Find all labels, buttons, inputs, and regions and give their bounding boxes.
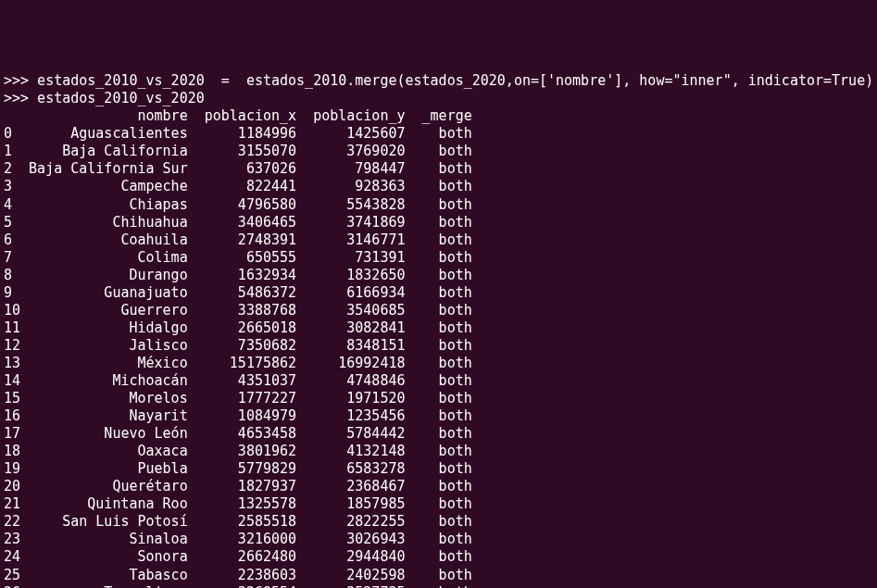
row-nombre: Nayarit bbox=[20, 407, 188, 424]
row-poblacion-x: 822441 bbox=[188, 178, 296, 194]
row-merge: both bbox=[406, 425, 472, 442]
row-nombre: México bbox=[20, 355, 188, 371]
row-index: 19 bbox=[4, 460, 20, 477]
table-row: 11 Hidalgo 2665018 3082841 both bbox=[4, 319, 472, 336]
table-row: 5 Chihuahua 3406465 3741869 both bbox=[4, 214, 472, 231]
table-row: 6 Coahuila 2748391 3146771 both bbox=[4, 231, 472, 248]
row-index: 7 bbox=[4, 249, 20, 266]
row-poblacion-y: 8348151 bbox=[296, 337, 405, 354]
row-index: 4 bbox=[4, 196, 20, 213]
row-poblacion-y: 1857985 bbox=[296, 495, 405, 512]
row-nombre: Guerrero bbox=[20, 302, 188, 319]
row-poblacion-y: 2822255 bbox=[296, 513, 405, 530]
row-poblacion-y: 3082841 bbox=[296, 319, 405, 336]
row-poblacion-x: 4796580 bbox=[188, 196, 296, 213]
row-merge: both bbox=[406, 196, 472, 213]
row-index: 18 bbox=[4, 443, 20, 459]
row-nombre: Nuevo León bbox=[20, 425, 188, 442]
row-poblacion-x: 3801962 bbox=[188, 443, 296, 459]
header-poblacion-y: poblacion_y bbox=[296, 107, 405, 124]
header-poblacion-x: poblacion_x bbox=[188, 107, 296, 124]
row-merge: both bbox=[406, 267, 472, 283]
row-poblacion-y: 3146771 bbox=[296, 231, 405, 248]
row-poblacion-y: 3540685 bbox=[296, 302, 405, 319]
row-nombre: Morelos bbox=[20, 390, 188, 407]
table-row: 12 Jalisco 7350682 8348151 both bbox=[4, 337, 472, 354]
row-poblacion-x: 7350682 bbox=[188, 337, 296, 354]
row-merge: both bbox=[406, 125, 472, 142]
row-merge: both bbox=[406, 231, 472, 248]
row-index: 11 bbox=[4, 319, 20, 336]
header-idx-pad bbox=[4, 107, 20, 124]
command-line-2: >>> estados_2010_vs_2020 bbox=[4, 90, 205, 106]
row-merge: both bbox=[406, 407, 472, 424]
row-poblacion-x: 2748391 bbox=[188, 231, 296, 248]
row-nombre: Chiapas bbox=[20, 196, 188, 213]
table-row: 19 Puebla 5779829 6583278 both bbox=[4, 460, 472, 477]
row-merge: both bbox=[406, 319, 472, 336]
row-index: 3 bbox=[4, 178, 20, 194]
table-row: 7 Colima 650555 731391 both bbox=[4, 249, 472, 266]
row-poblacion-x: 3155070 bbox=[188, 143, 296, 159]
table-row: 15 Morelos 1777227 1971520 both bbox=[4, 390, 472, 407]
row-poblacion-y: 5784442 bbox=[296, 425, 405, 442]
table-row: 18 Oaxaca 3801962 4132148 both bbox=[4, 443, 472, 459]
row-merge: both bbox=[406, 178, 472, 194]
table-row: 1 Baja California 3155070 3769020 both bbox=[4, 143, 472, 159]
row-poblacion-y: 16992418 bbox=[296, 355, 405, 371]
row-merge: both bbox=[406, 214, 472, 231]
row-poblacion-x: 3216000 bbox=[188, 531, 296, 547]
header-merge: _merge bbox=[406, 107, 472, 124]
row-poblacion-x: 1777227 bbox=[188, 390, 296, 407]
row-merge: both bbox=[406, 160, 472, 177]
row-poblacion-x: 3388768 bbox=[188, 302, 296, 319]
row-merge: both bbox=[406, 513, 472, 530]
row-nombre: Quintana Roo bbox=[20, 495, 188, 512]
table-row: 3 Campeche 822441 928363 both bbox=[4, 178, 472, 194]
row-index: 17 bbox=[4, 425, 20, 442]
row-index: 15 bbox=[4, 390, 20, 407]
row-poblacion-y: 2402598 bbox=[296, 567, 405, 583]
row-poblacion-x: 4653458 bbox=[188, 425, 296, 442]
row-nombre: Baja California Sur bbox=[20, 160, 188, 177]
row-nombre: Coahuila bbox=[20, 231, 188, 248]
row-merge: both bbox=[406, 337, 472, 354]
row-nombre: Hidalgo bbox=[20, 319, 188, 336]
row-poblacion-y: 6583278 bbox=[296, 460, 405, 477]
table-row: 26 Tamaulipas 3268554 3527735 both bbox=[4, 584, 472, 588]
row-poblacion-x: 1325578 bbox=[188, 495, 296, 512]
table-row: 8 Durango 1632934 1832650 both bbox=[4, 267, 472, 283]
row-nombre: Querétaro bbox=[20, 478, 188, 494]
row-merge: both bbox=[406, 460, 472, 477]
row-poblacion-y: 4132148 bbox=[296, 443, 405, 459]
row-nombre: Michoacán bbox=[20, 372, 188, 389]
row-index: 23 bbox=[4, 531, 20, 547]
row-index: 20 bbox=[4, 478, 20, 494]
row-nombre: Sinaloa bbox=[20, 531, 188, 547]
row-poblacion-x: 5486372 bbox=[188, 284, 296, 301]
row-index: 25 bbox=[4, 567, 20, 583]
command-line-1: >>> estados_2010_vs_2020 = estados_2010.… bbox=[4, 72, 873, 89]
row-poblacion-x: 2238603 bbox=[188, 567, 296, 583]
row-index: 0 bbox=[4, 125, 20, 142]
row-index: 1 bbox=[4, 143, 20, 159]
row-nombre: Tamaulipas bbox=[20, 584, 188, 588]
row-poblacion-y: 3769020 bbox=[296, 143, 405, 159]
row-nombre: Durango bbox=[20, 267, 188, 283]
row-nombre: Sonora bbox=[20, 548, 188, 565]
row-nombre: Baja California bbox=[20, 143, 188, 159]
row-nombre: Oaxaca bbox=[20, 443, 188, 459]
table-row: 21 Quintana Roo 1325578 1857985 both bbox=[4, 495, 472, 512]
row-index: 5 bbox=[4, 214, 20, 231]
data-rows: 0 Aguascalientes 1184996 1425607 both 1 … bbox=[4, 125, 472, 588]
table-row: 9 Guanajuato 5486372 6166934 both bbox=[4, 284, 472, 301]
row-nombre: Jalisco bbox=[20, 337, 188, 354]
table-row: 22 San Luis Potosí 2585518 2822255 both bbox=[4, 513, 472, 530]
row-merge: both bbox=[406, 584, 472, 588]
row-index: 16 bbox=[4, 407, 20, 424]
table-row: 13 México 15175862 16992418 both bbox=[4, 355, 472, 371]
table-row: 2 Baja California Sur 637026 798447 both bbox=[4, 160, 472, 177]
row-poblacion-y: 3741869 bbox=[296, 214, 405, 231]
table-row: 10 Guerrero 3388768 3540685 both bbox=[4, 302, 472, 319]
row-poblacion-x: 1632934 bbox=[188, 267, 296, 283]
